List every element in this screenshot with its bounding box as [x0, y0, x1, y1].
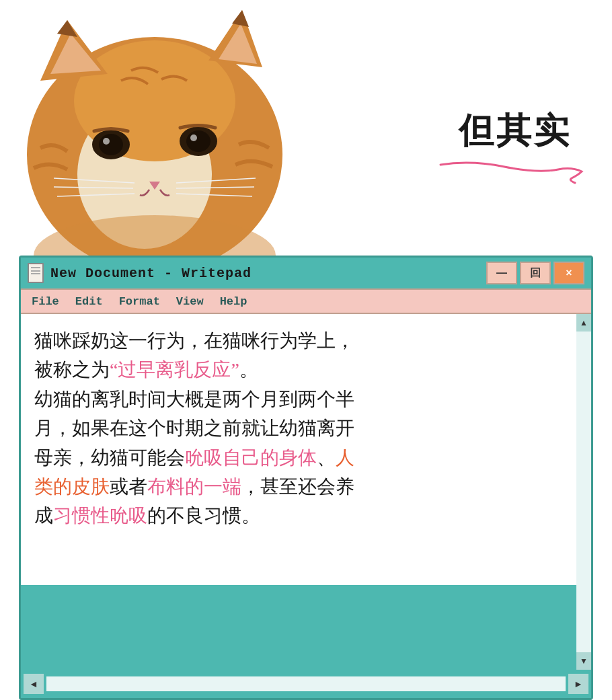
text-line6-after: 或者: [110, 476, 147, 497]
content-wrapper: 猫咪踩奶这一行为，在猫咪行为学上， 被称之为“过早离乳反应”。 幼猫的离乳时间大…: [21, 314, 591, 670]
menu-view[interactable]: View: [176, 295, 204, 308]
text-line7-before: 成: [34, 505, 53, 526]
chinese-text-overlay: 但其实: [459, 108, 572, 155]
text-line2-after: 。: [239, 359, 258, 380]
menu-bar: File Edit Format View Help: [21, 288, 591, 314]
text-line5-mid: 、: [317, 447, 336, 468]
minimize-button[interactable]: —: [486, 262, 517, 284]
scrollbar-horizontal: ◄ ►: [21, 670, 591, 698]
scroll-track-vertical[interactable]: [576, 332, 591, 652]
window-controls: — 回 ×: [486, 262, 584, 284]
app-icon: [28, 263, 44, 283]
content-area[interactable]: 猫咪踩奶这一行为，在猫咪行为学上， 被称之为“过早离乳反应”。 幼猫的离乳时间大…: [21, 314, 591, 585]
text-line5-h2: 人: [336, 447, 354, 468]
text-line2-before: 被称之为: [34, 359, 110, 380]
menu-file[interactable]: File: [32, 295, 59, 308]
text-line5-before: 母亲，幼猫可能会: [34, 447, 185, 468]
text-line7-h: 习惯性吮吸: [53, 505, 147, 526]
scroll-right-button[interactable]: ►: [568, 674, 588, 694]
text-line1: 猫咪踩奶这一行为，在猫咪行为学上，: [34, 330, 354, 351]
close-button[interactable]: ×: [553, 262, 584, 284]
text-line3: 幼猫的离乳时间大概是两个月到两个半: [34, 389, 354, 410]
scrollbar-vertical: ▲ ▼: [576, 314, 591, 670]
svg-point-12: [103, 138, 110, 145]
menu-help[interactable]: Help: [220, 295, 247, 308]
scroll-left-button[interactable]: ◄: [24, 674, 44, 694]
text-line6-h2: 布料的一端: [147, 476, 241, 497]
text-line6-h1: 类的皮肤: [34, 476, 110, 497]
text-line7-after: 的不良习惯。: [147, 505, 260, 526]
chinese-underline: [437, 155, 585, 188]
text-line2-highlight: “过早离乳反应”: [110, 359, 239, 380]
content-text: 猫咪踩奶这一行为，在猫咪行为学上， 被称之为“过早离乳反应”。 幼猫的离乳时间大…: [34, 326, 578, 531]
restore-button[interactable]: 回: [520, 262, 551, 284]
writepad-window: New Document - Writepad — 回 × File Edit …: [19, 256, 593, 700]
cat-area: 但其实: [0, 0, 612, 262]
window-title: New Document - Writepad: [50, 266, 480, 281]
scroll-up-button[interactable]: ▲: [576, 314, 591, 332]
title-bar: New Document - Writepad — 回 ×: [21, 258, 591, 288]
text-line6-end: ，甚至还会养: [241, 476, 354, 497]
cat-image: [0, 0, 390, 256]
menu-format[interactable]: Format: [119, 295, 160, 308]
scroll-track-horizontal[interactable]: [46, 676, 566, 691]
svg-point-15: [190, 134, 197, 141]
text-line5-h1: 吮吸自己的身体: [185, 447, 317, 468]
text-line4: 月，如果在这个时期之前就让幼猫离开: [34, 418, 354, 438]
svg-point-11: [99, 134, 123, 155]
scroll-down-button[interactable]: ▼: [576, 652, 591, 670]
menu-edit[interactable]: Edit: [75, 295, 103, 308]
svg-point-14: [186, 130, 211, 152]
